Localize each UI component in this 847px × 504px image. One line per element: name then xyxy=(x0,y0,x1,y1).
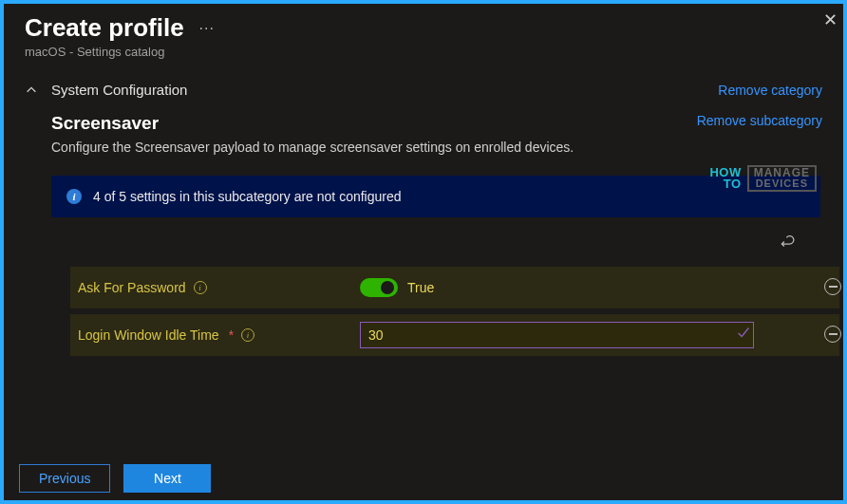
chevron-up-icon[interactable] xyxy=(25,84,38,97)
previous-button[interactable]: Previous xyxy=(19,464,110,493)
undo-icon[interactable] xyxy=(779,234,798,253)
info-tooltip-icon[interactable]: i xyxy=(241,328,254,342)
setting-ask-for-password: Ask For Password i True xyxy=(70,267,839,308)
next-button[interactable]: Next xyxy=(123,464,211,493)
category-row: System Configuration Remove category xyxy=(25,76,822,103)
required-asterisk: * xyxy=(229,327,234,343)
page-header: Create profile ··· macOS - Settings cata… xyxy=(4,4,843,63)
remove-setting-icon[interactable] xyxy=(824,278,841,295)
subcategory-title: Screensaver xyxy=(51,113,574,134)
footer-buttons: Previous Next xyxy=(19,464,211,493)
info-tooltip-icon[interactable]: i xyxy=(194,281,207,294)
toggle-value-label: True xyxy=(407,280,434,295)
more-icon[interactable]: ··· xyxy=(199,20,215,37)
info-banner-text: 4 of 5 settings in this subcategory are … xyxy=(93,189,402,204)
page-subtitle: macOS - Settings catalog xyxy=(25,45,822,59)
remove-subcategory-link[interactable]: Remove subcategory xyxy=(697,113,822,128)
category-title: System Configuration xyxy=(51,82,187,98)
ask-password-toggle[interactable] xyxy=(360,278,398,297)
checkmark-icon xyxy=(735,324,752,345)
page-title: Create profile xyxy=(25,13,184,43)
login-idle-time-input[interactable] xyxy=(360,322,754,348)
remove-setting-icon[interactable] xyxy=(824,326,841,343)
info-banner: i 4 of 5 settings in this subcategory ar… xyxy=(51,176,820,217)
info-icon: i xyxy=(66,189,82,204)
close-icon[interactable]: ✕ xyxy=(823,9,838,30)
subcategory-description: Configure the Screensaver payload to man… xyxy=(51,140,574,155)
setting-label: Ask For Password xyxy=(78,280,186,295)
setting-login-window-idle-time: Login Window Idle Time * i xyxy=(70,314,839,356)
setting-label: Login Window Idle Time xyxy=(78,327,219,343)
remove-category-link[interactable]: Remove category xyxy=(718,83,822,98)
